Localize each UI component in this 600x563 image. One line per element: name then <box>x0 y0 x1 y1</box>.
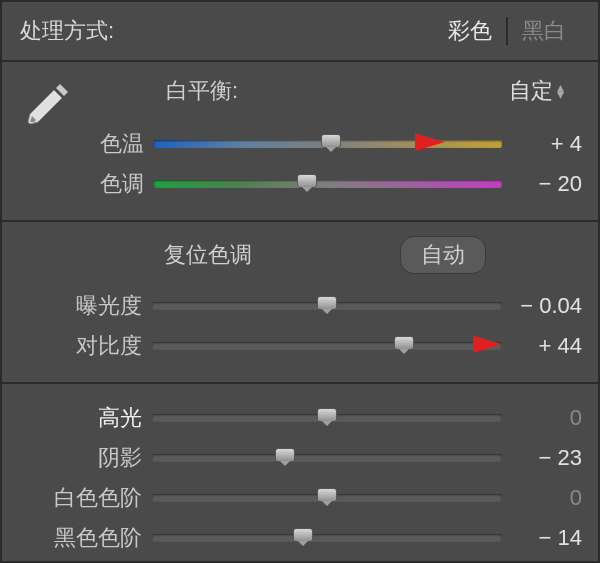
updown-icon: ▴▾ <box>557 84 564 98</box>
blacks-label: 黑色色阶 <box>12 523 152 553</box>
blacks-value[interactable]: − 14 <box>508 525 588 551</box>
presence-section: 高光 0 阴影 − 23 白色色阶 0 黑色色阶 − 14 <box>2 384 598 563</box>
shadows-row: 阴影 − 23 <box>12 438 588 478</box>
exposure-row: 曝光度 − 0.04 <box>12 286 588 326</box>
white-balance-label: 白平衡: <box>166 76 238 106</box>
whites-slider[interactable] <box>152 491 502 505</box>
blacks-slider[interactable] <box>152 531 502 545</box>
contrast-label: 对比度 <box>12 331 152 361</box>
treatment-header: 处理方式: 彩色 黑白 <box>2 2 598 62</box>
whites-row: 白色色阶 0 <box>12 478 588 518</box>
temperature-value[interactable]: + 4 <box>508 131 588 157</box>
tint-slider[interactable] <box>154 177 502 191</box>
tint-value[interactable]: − 20 <box>508 171 588 197</box>
temperature-label: 色温 <box>84 129 154 159</box>
tint-row: 色调 − 20 <box>84 164 588 204</box>
contrast-row: 对比度 + 44 <box>12 326 588 366</box>
highlights-slider[interactable] <box>152 411 502 425</box>
whites-value[interactable]: 0 <box>508 485 588 511</box>
shadows-value[interactable]: − 23 <box>508 445 588 471</box>
exposure-slider[interactable] <box>152 299 502 313</box>
white-balance-preset-select[interactable]: 自定 ▴▾ <box>509 76 564 106</box>
auto-tone-button[interactable]: 自动 <box>400 236 486 274</box>
tint-label: 色调 <box>84 169 154 199</box>
shadows-slider[interactable] <box>152 451 502 465</box>
treatment-color-option[interactable]: 彩色 <box>434 16 506 46</box>
tone-section: 复位色调 自动 曝光度 − 0.04 对比度 + 44 <box>2 222 598 384</box>
contrast-slider[interactable] <box>152 339 502 353</box>
exposure-label: 曝光度 <box>12 291 152 321</box>
white-balance-section: 白平衡: 自定 ▴▾ 色温 + 4 色调 <box>2 62 598 222</box>
highlights-value[interactable]: 0 <box>508 405 588 431</box>
temperature-row: 色温 + 4 <box>84 124 588 164</box>
treatment-bw-option[interactable]: 黑白 <box>508 16 580 46</box>
temperature-slider[interactable] <box>154 137 502 151</box>
highlights-label: 高光 <box>12 403 152 433</box>
exposure-value[interactable]: − 0.04 <box>508 293 588 319</box>
treatment-label: 处理方式: <box>20 16 114 46</box>
shadows-label: 阴影 <box>12 443 152 473</box>
contrast-value[interactable]: + 44 <box>508 333 588 359</box>
blacks-row: 黑色色阶 − 14 <box>12 518 588 558</box>
tone-title: 复位色调 <box>164 240 252 270</box>
eyedropper-icon[interactable] <box>24 80 72 132</box>
whites-label: 白色色阶 <box>12 483 152 513</box>
highlights-row: 高光 0 <box>12 398 588 438</box>
white-balance-preset-value: 自定 <box>509 76 553 106</box>
